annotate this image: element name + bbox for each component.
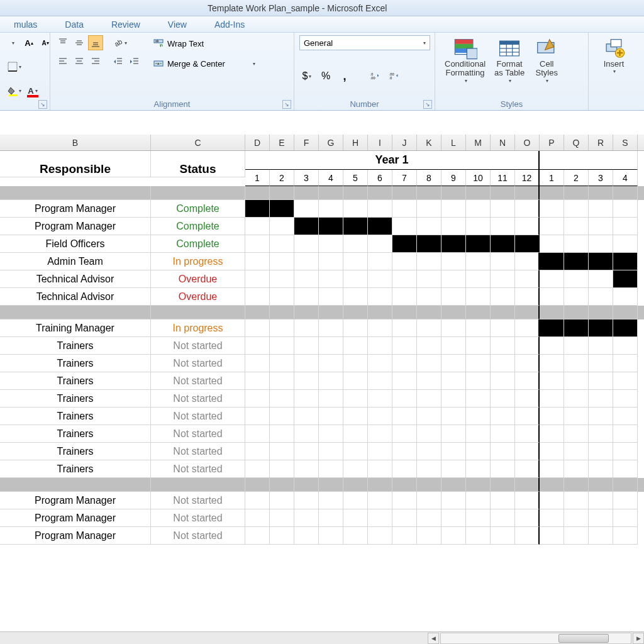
gantt-cell[interactable]	[392, 270, 417, 288]
cell-status[interactable]: Not started	[151, 443, 245, 460]
column-header-S[interactable]: S	[613, 135, 638, 150]
gantt-cell[interactable]	[392, 319, 417, 337]
gantt-cell[interactable]	[319, 319, 343, 337]
gantt-cell[interactable]	[441, 337, 466, 355]
gantt-cell[interactable]	[564, 408, 589, 425]
gantt-cell[interactable]	[613, 319, 638, 337]
gantt-cell[interactable]	[515, 460, 540, 478]
column-header-F[interactable]: F	[294, 135, 319, 150]
cell-responsible[interactable]: Program Manager	[0, 527, 151, 545]
gantt-cell[interactable]	[564, 270, 589, 288]
gantt-cell[interactable]	[319, 270, 343, 288]
increase-decimal-button[interactable]: .0.00	[367, 69, 382, 84]
column-header-E[interactable]: E	[270, 135, 294, 150]
accounting-format-button[interactable]: $▾	[299, 69, 314, 84]
gantt-cell[interactable]	[466, 319, 491, 337]
gantt-cell[interactable]	[540, 253, 564, 270]
gantt-cell[interactable]	[589, 355, 613, 372]
gantt-cell[interactable]	[245, 253, 270, 270]
gantt-cell[interactable]	[515, 425, 540, 443]
gantt-cell[interactable]	[417, 270, 441, 288]
gantt-cell[interactable]	[564, 218, 589, 235]
gantt-cell[interactable]	[441, 235, 466, 253]
gantt-cell[interactable]	[319, 288, 343, 306]
gantt-cell[interactable]	[417, 509, 441, 527]
gantt-cell[interactable]	[343, 355, 368, 372]
gantt-cell[interactable]	[245, 527, 270, 545]
gantt-cell[interactable]	[491, 425, 515, 443]
gantt-cell[interactable]	[491, 372, 515, 390]
gantt-cell[interactable]	[441, 408, 466, 425]
gantt-cell[interactable]	[368, 390, 392, 408]
gantt-cell[interactable]	[343, 509, 368, 527]
gantt-cell[interactable]	[294, 527, 319, 545]
gantt-cell[interactable]	[319, 390, 343, 408]
gantt-cell[interactable]	[270, 527, 294, 545]
gantt-cell[interactable]	[245, 270, 270, 288]
gantt-cell[interactable]	[270, 319, 294, 337]
gantt-cell[interactable]	[441, 492, 466, 509]
gantt-cell[interactable]	[245, 425, 270, 443]
gantt-cell[interactable]	[245, 235, 270, 253]
column-header-O[interactable]: O	[515, 135, 540, 150]
gantt-cell[interactable]	[491, 288, 515, 306]
gantt-cell[interactable]	[245, 509, 270, 527]
gantt-cell[interactable]	[270, 218, 294, 235]
align-center-button[interactable]	[72, 54, 87, 69]
gantt-cell[interactable]	[417, 288, 441, 306]
gantt-cell[interactable]	[270, 492, 294, 509]
gantt-cell[interactable]	[540, 235, 564, 253]
gantt-cell[interactable]	[491, 390, 515, 408]
cell-responsible[interactable]: Program Manager	[0, 509, 151, 527]
decrease-decimal-button[interactable]: .00.0	[386, 69, 401, 84]
gantt-cell[interactable]	[417, 390, 441, 408]
gantt-cell[interactable]	[368, 319, 392, 337]
gantt-cell[interactable]	[441, 372, 466, 390]
gantt-cell[interactable]	[417, 218, 441, 235]
gantt-cell[interactable]	[343, 235, 368, 253]
gantt-cell[interactable]	[515, 270, 540, 288]
gantt-cell[interactable]	[564, 288, 589, 306]
gantt-cell[interactable]	[392, 372, 417, 390]
gantt-cell[interactable]	[319, 509, 343, 527]
column-header-B[interactable]: B	[0, 135, 151, 150]
gantt-cell[interactable]	[466, 253, 491, 270]
gantt-cell[interactable]	[564, 319, 589, 337]
gantt-cell[interactable]	[564, 355, 589, 372]
column-header-Q[interactable]: Q	[564, 135, 589, 150]
cell-responsible[interactable]: Trainers	[0, 372, 151, 390]
gantt-cell[interactable]	[613, 408, 638, 425]
increase-font-button[interactable]: A▴	[21, 35, 36, 50]
gantt-cell[interactable]	[466, 527, 491, 545]
cell-status[interactable]: Not started	[151, 425, 245, 443]
gantt-cell[interactable]	[613, 443, 638, 460]
merge-center-button[interactable]: a Merge & Center ▾	[151, 55, 258, 72]
gantt-cell[interactable]	[294, 288, 319, 306]
gantt-cell[interactable]	[491, 408, 515, 425]
cell-responsible[interactable]: Admin Team	[0, 253, 151, 270]
gantt-cell[interactable]	[564, 443, 589, 460]
gantt-cell[interactable]	[441, 253, 466, 270]
gantt-cell[interactable]	[466, 390, 491, 408]
gantt-cell[interactable]	[564, 509, 589, 527]
gantt-cell[interactable]	[589, 200, 613, 218]
cell-status[interactable]: Complete	[151, 235, 245, 253]
gantt-cell[interactable]	[343, 372, 368, 390]
cell-responsible[interactable]: Technical Advisor	[0, 270, 151, 288]
gantt-cell[interactable]	[491, 235, 515, 253]
align-middle-button[interactable]	[72, 35, 87, 50]
gantt-cell[interactable]	[466, 408, 491, 425]
ribbon-tab-review[interactable]: Review	[97, 19, 154, 30]
column-header-J[interactable]: J	[392, 135, 417, 150]
gantt-cell[interactable]	[540, 390, 564, 408]
gantt-cell[interactable]	[368, 200, 392, 218]
gantt-cell[interactable]	[392, 527, 417, 545]
gantt-cell[interactable]	[589, 270, 613, 288]
gantt-cell[interactable]	[540, 337, 564, 355]
gantt-cell[interactable]	[417, 355, 441, 372]
gantt-cell[interactable]	[564, 390, 589, 408]
gantt-cell[interactable]	[441, 319, 466, 337]
grid[interactable]: Year 1 Responsible Status 12345678910111…	[0, 151, 644, 545]
gantt-cell[interactable]	[589, 390, 613, 408]
gantt-cell[interactable]	[417, 408, 441, 425]
